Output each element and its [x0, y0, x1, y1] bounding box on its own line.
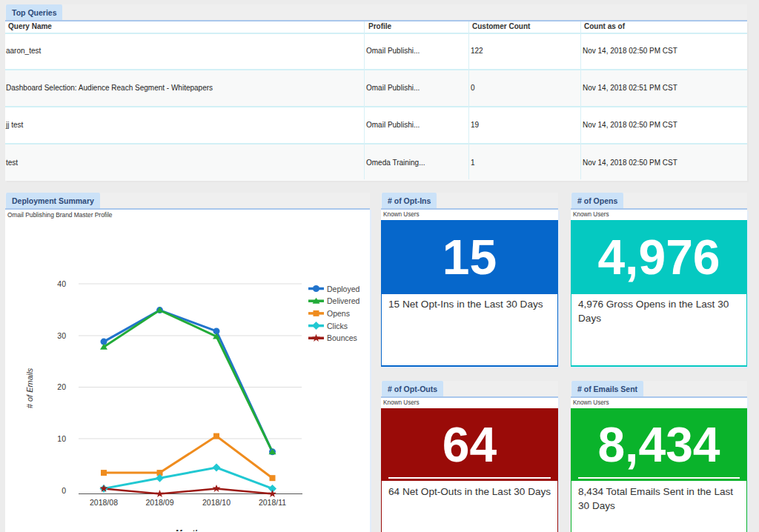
svg-text:Deployed: Deployed — [327, 285, 360, 293]
svg-text:40: 40 — [57, 279, 66, 288]
svg-text:Omail Publishing Brand Master: Omail Publishing Brand Master Profile — [7, 211, 113, 219]
svg-text:Month: Month — [176, 528, 200, 532]
svg-text:0: 0 — [62, 486, 66, 495]
svg-text:Opens: Opens — [327, 309, 350, 318]
svg-text:Clicks: Clicks — [327, 322, 348, 330]
svg-text:Bounces: Bounces — [327, 333, 357, 342]
svg-text:10: 10 — [57, 434, 66, 443]
svg-text:20: 20 — [57, 382, 66, 391]
svg-text:2018/09: 2018/09 — [146, 498, 174, 507]
svg-text:# of Emails: # of Emails — [25, 368, 34, 408]
svg-text:Delivered: Delivered — [327, 296, 360, 305]
svg-text:2018/10: 2018/10 — [202, 498, 231, 507]
svg-text:30: 30 — [57, 331, 66, 340]
svg-text:2018/08: 2018/08 — [90, 498, 118, 507]
svg-text:2018/11: 2018/11 — [259, 498, 286, 507]
